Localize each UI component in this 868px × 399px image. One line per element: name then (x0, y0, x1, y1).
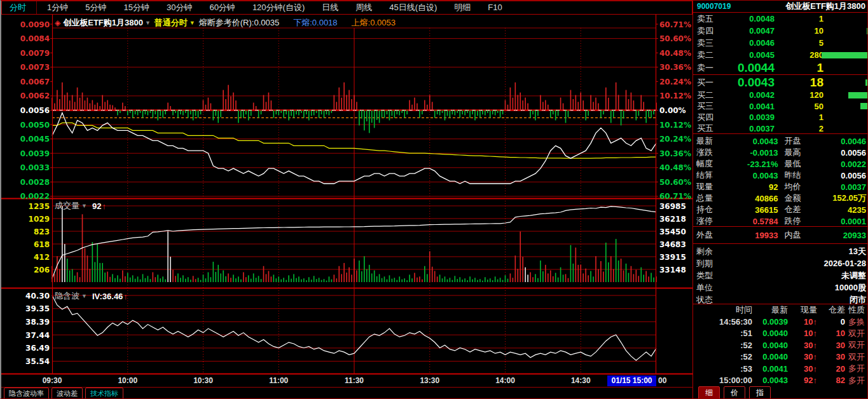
tape-nature: 双开 (845, 328, 866, 339)
tape-volume: 30↑ (788, 352, 817, 362)
axis-label: 0.0062 (20, 91, 50, 100)
up-arrow-icon: ↑ (123, 292, 128, 301)
order-book-row[interactable]: 买五0.00372 (693, 123, 868, 135)
axis-label: 10.12% (659, 91, 691, 100)
indicator-tab-3[interactable]: 技术指标 (85, 388, 123, 399)
order-book-row[interactable]: 买四0.00391 (693, 112, 868, 123)
tape-header-cell: 现量 (788, 304, 817, 316)
iv-indicator-selector[interactable]: 隐含波 (55, 290, 79, 302)
level-price: 0.0039 (720, 112, 775, 122)
axis-label: 40.30 (25, 292, 50, 301)
detail-tab-3[interactable]: 指 (749, 386, 771, 399)
menu-item-1[interactable]: 分时 (10, 1, 37, 14)
contract-code: 90007019 (697, 2, 731, 11)
chevron-down-icon[interactable]: ▼ (81, 203, 87, 209)
axis-label: 0.0050 (20, 121, 50, 130)
volume-panel-header: 成交量 ▼ 92 ↑ (55, 200, 106, 212)
time-tick: 10:30 (193, 376, 213, 385)
chevron-down-icon[interactable]: ▼ (81, 293, 87, 299)
time-and-sales: 时间最新现量仓差性质14:56:300.003910↑0多换:510.00401… (693, 304, 868, 386)
axis-label: 38.39 (25, 318, 50, 327)
order-book-row[interactable]: 买二0.0042120 (693, 90, 868, 101)
depth-bar (865, 79, 868, 86)
tape-volume: 92↑ (788, 375, 817, 385)
detail-tab-2[interactable]: 价 (724, 386, 745, 399)
stat-label: 总量 (696, 193, 722, 204)
level-label: 买五 (697, 123, 720, 134)
axis-label: 36985 (659, 202, 686, 211)
axis-label: 1235 (29, 202, 50, 211)
tape-nature: 多开 (845, 363, 866, 374)
level-label: 买三 (697, 100, 720, 112)
level-price: 0.0042 (720, 90, 775, 100)
stat-label: 幅度 (696, 158, 722, 170)
order-book-row[interactable]: 卖三0.00465 (693, 37, 868, 49)
detail-tab-1[interactable]: 细 (698, 386, 720, 399)
axis-label: 37.44 (25, 331, 50, 340)
axis-label: 50.60% (659, 178, 691, 187)
menu-item-11[interactable]: 明细 (454, 1, 471, 14)
menu-item-4[interactable]: 15分钟 (123, 1, 149, 14)
stat-label: 均价 (785, 181, 810, 193)
axis-label: 36.49 (25, 344, 50, 353)
chart-mode-selector[interactable]: 普通分时 (155, 17, 188, 29)
order-book-row[interactable]: 买三0.004150 (693, 101, 868, 112)
order-book-row[interactable]: 卖一0.00441 (693, 61, 868, 75)
indicator-tab-2[interactable]: 波动差 (52, 388, 83, 399)
axis-label: 0.0056 (20, 106, 50, 115)
tape-header-cell: 性质 (845, 304, 866, 316)
depth-bar (860, 103, 868, 109)
axis-label: 0.0039 (20, 149, 50, 158)
chevron-down-icon[interactable]: ▼ (189, 20, 195, 26)
stat-value: 40866 (722, 194, 778, 203)
price-chart-header: ◈ 创业板ETF购1月3800 ▼ 普通分时 ▼ 熔断参考价(R):0.0035… (55, 17, 396, 29)
order-book-row[interactable]: 卖二0.0045280 (693, 49, 868, 61)
level-label: 卖三 (697, 37, 720, 49)
stats-row: 总量40866金额152.05万 (693, 193, 868, 204)
menu-item-8[interactable]: 日线 (322, 1, 338, 14)
level-volume: 5 (775, 38, 865, 48)
axis-label: 30.36% (659, 63, 691, 72)
order-book-row[interactable]: 买一0.004318 (693, 75, 868, 90)
order-book-row[interactable]: 卖五0.00481 (693, 13, 868, 25)
stat-value: 0.0037 (810, 182, 867, 192)
tape-nature: 双开 (845, 351, 866, 363)
chevron-down-icon[interactable]: ▼ (145, 20, 151, 26)
tape-header-cell: 仓差 (817, 304, 845, 316)
tape-nature: 多开 (845, 375, 866, 386)
menu-item-3[interactable]: 5分钟 (85, 1, 106, 14)
menu-item-10[interactable]: 45日线(自设) (389, 1, 437, 14)
menu-item-12[interactable]: F10 (488, 1, 502, 14)
stats-row: 涨停0.5784跌停0.0001 (693, 215, 868, 227)
level-volume: 50 (775, 102, 865, 111)
stat-value: -23.21% (722, 159, 778, 169)
menu-item-5[interactable]: 30分钟 (167, 1, 192, 14)
menu-item-2[interactable]: 1分钟 (47, 1, 68, 14)
menu-item-6[interactable]: 60分钟 (209, 1, 235, 14)
info-value: 闭市 (713, 294, 866, 306)
indicator-tabs: 隐含波动率波动差技术指标 (1, 387, 693, 399)
tape-time: 15:00:00 (696, 375, 752, 385)
volume-indicator-selector[interactable]: 成交量 (55, 200, 79, 212)
level-label: 卖一 (697, 62, 720, 74)
axis-label: 618 (34, 240, 50, 249)
stat-label: 现量 (696, 181, 722, 193)
level-label: 卖五 (697, 13, 720, 25)
menu-item-9[interactable]: 周线 (355, 1, 372, 14)
tape-oi-delta: 82 (817, 375, 845, 385)
intraday-chart[interactable]: 0.00900.00840.00790.00730.00670.00620.00… (1, 15, 692, 375)
menu-item-7[interactable]: 120分钟(自设) (252, 1, 305, 14)
symbol-selector[interactable]: 创业板ETF购1月3800 (63, 17, 143, 29)
axis-label: 10.12% (659, 121, 691, 130)
axis-label: 0.0090 (20, 20, 50, 29)
order-book-row[interactable]: 卖四0.004710 (693, 25, 868, 37)
stat-value: 0.0056 (810, 148, 867, 158)
info-value: 10000股 (713, 282, 866, 294)
tape-row: :520.004030↑30双开 (693, 339, 868, 351)
inner-volume-label: 内盘 (785, 229, 810, 241)
tape-price: 0.0039 (752, 317, 788, 327)
stat-value: -0.0013 (722, 148, 778, 158)
level-price: 0.0043 (720, 76, 775, 90)
axis-label: 34683 (659, 240, 686, 249)
indicator-tab-1[interactable]: 隐含波动率 (4, 388, 49, 399)
